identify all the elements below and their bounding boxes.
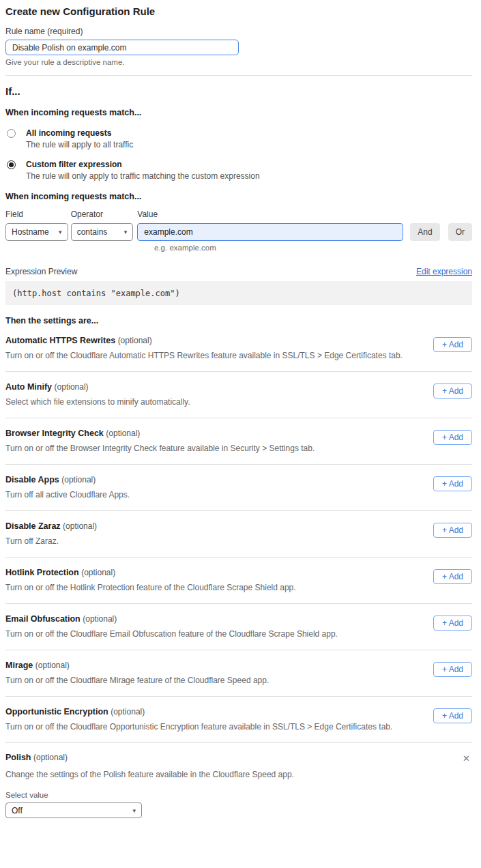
expression-preview-label: Expression Preview [5, 267, 77, 276]
radio-option-description: The rule will apply to all traffic [26, 140, 133, 149]
setting-section-automatic-https-rewrites: Automatic HTTPS Rewrites (optional) Turn… [5, 326, 472, 371]
setting-description: Turn on or off the Cloudflare Automatic … [5, 351, 403, 360]
chevron-down-icon: ▾ [124, 229, 128, 235]
setting-description: Turn off all active Cloudflare Apps. [5, 490, 130, 500]
radio-option-label: Custom filter expression [26, 160, 260, 169]
setting-section-opportunistic-encryption: Opportunistic Encryption (optional) Turn… [5, 697, 472, 742]
setting-description: Turn on or off the Cloudflare Email Obfu… [5, 629, 338, 639]
setting-description: Turn on or off the Cloudflare Mirage fea… [5, 676, 269, 685]
add-opportunistic-encryption-button[interactable]: + Add [433, 708, 472, 723]
polish-select-value: Off [12, 806, 23, 815]
or-button[interactable]: Or [448, 223, 472, 241]
edit-expression-link[interactable]: Edit expression [416, 267, 472, 276]
setting-section-hotlink-protection: Hotlink Protection (optional) Turn on or… [5, 558, 472, 603]
divider [5, 75, 472, 76]
optional-label: (optional) [83, 614, 117, 624]
polish-value-select[interactable]: Off ▾ [5, 802, 142, 818]
setting-title: Auto Minify [5, 382, 52, 392]
value-input[interactable] [137, 223, 403, 241]
setting-description: Turn on or off the Hotlink Protection fe… [5, 583, 296, 592]
and-button[interactable]: And [410, 223, 439, 241]
setting-description: Turn on or off the Browser Integrity Che… [5, 444, 315, 453]
field-select-value: Hostname [12, 227, 49, 237]
optional-label: (optional) [33, 753, 68, 762]
operator-select[interactable]: contains ▾ [71, 223, 134, 241]
field-select[interactable]: Hostname ▾ [5, 223, 68, 241]
create-configuration-rule-form: Create new Configuration Rule Rule name … [0, 0, 481, 818]
optional-label: (optional) [61, 475, 96, 484]
setting-section-polish: Polish (optional) ✕ Change the settings … [5, 743, 472, 818]
operator-select-value: contains [77, 227, 108, 237]
add-mirage-button[interactable]: + Add [433, 662, 472, 677]
select-value-label: Select value [5, 791, 472, 799]
optional-label: (optional) [118, 336, 152, 345]
setting-title: Automatic HTTPS Rewrites [5, 336, 115, 345]
optional-label: (optional) [35, 661, 70, 670]
radio-option-all-incoming-requests[interactable]: All incoming requests The rule will appl… [5, 128, 472, 149]
chevron-down-icon: ▾ [132, 807, 136, 814]
setting-description: Turn off Zaraz. [5, 536, 97, 546]
add-browser-integrity-check-button[interactable]: + Add [433, 430, 472, 445]
operator-label: Operator [71, 209, 134, 219]
chevron-down-icon: ▾ [59, 229, 62, 235]
setting-section-browser-integrity-check: Browser Integrity Check (optional) Turn … [5, 418, 472, 464]
setting-title: Opportunistic Encryption [5, 707, 108, 717]
setting-description: Select which file extensions to minify a… [5, 397, 190, 407]
radio-option-label: All incoming requests [26, 128, 133, 138]
match-type-heading: When incoming requests match... [5, 108, 472, 117]
add-auto-minify-button[interactable]: + Add [433, 384, 472, 399]
field-label: Field [5, 209, 68, 219]
setting-title: Hotlink Protection [5, 568, 79, 577]
setting-section-disable-zaraz: Disable Zaraz (optional) Turn off Zaraz.… [5, 511, 472, 557]
optional-label: (optional) [55, 382, 89, 392]
setting-title: Polish [5, 753, 31, 762]
expression-builder-heading: When incoming requests match... [5, 192, 472, 201]
setting-title: Disable Apps [5, 475, 59, 484]
value-helper: e.g. example.com [154, 244, 472, 252]
setting-description: Change the settings of the Polish featur… [5, 770, 472, 779]
setting-description: Turn on or off the Cloudflare Opportunis… [5, 722, 392, 732]
setting-title: Mirage [5, 661, 33, 670]
page-title: Create new Configuration Rule [5, 5, 472, 17]
setting-title: Email Obfuscation [5, 614, 81, 624]
add-hotlink-protection-button[interactable]: + Add [433, 569, 472, 584]
expression-builder-row: Field Hostname ▾ Operator contains ▾ Val… [5, 209, 472, 241]
setting-section-auto-minify: Auto Minify (optional) Select which file… [5, 372, 472, 418]
setting-title: Browser Integrity Check [5, 429, 104, 438]
radio-button[interactable] [7, 160, 16, 169]
value-label: Value [137, 209, 403, 219]
optional-label: (optional) [111, 707, 145, 717]
add-disable-zaraz-button[interactable]: + Add [433, 523, 472, 538]
setting-section-disable-apps: Disable Apps (optional) Turn off all act… [5, 465, 472, 510]
add-email-obfuscation-button[interactable]: + Add [433, 616, 472, 631]
radio-option-custom-filter-expression[interactable]: Custom filter expression The rule will o… [5, 160, 472, 181]
optional-label: (optional) [81, 568, 115, 577]
setting-section-email-obfuscation: Email Obfuscation (optional) Turn on or … [5, 604, 472, 650]
optional-label: (optional) [63, 521, 97, 531]
add-automatic-https-rewrites-button[interactable]: + Add [433, 337, 472, 352]
setting-section-mirage: Mirage (optional) Turn on or off the Clo… [5, 650, 472, 696]
expression-preview-code: (http.host contains "example.com") [5, 281, 472, 305]
if-heading: If... [5, 85, 472, 97]
close-icon[interactable]: ✕ [461, 753, 472, 764]
rule-name-input[interactable] [5, 40, 239, 55]
radio-button[interactable] [7, 129, 16, 138]
rule-name-label: Rule name (required) [5, 27, 472, 36]
add-disable-apps-button[interactable]: + Add [433, 476, 472, 491]
radio-option-description: The rule will only apply to traffic matc… [26, 171, 260, 181]
optional-label: (optional) [106, 429, 140, 438]
then-settings-heading: Then the settings are... [5, 316, 472, 326]
setting-title: Disable Zaraz [5, 521, 61, 531]
rule-name-helper: Give your rule a descriptive name. [5, 58, 472, 66]
